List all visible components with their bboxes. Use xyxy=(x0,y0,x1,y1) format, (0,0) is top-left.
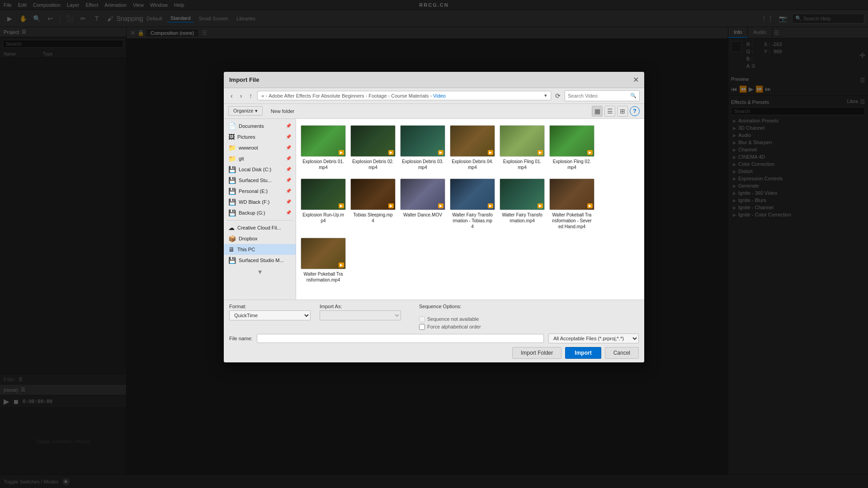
cancel-btn[interactable]: Cancel xyxy=(605,347,639,359)
breadcrumb-footage[interactable]: Footage xyxy=(368,93,387,99)
sequence-options-label: Sequence Options: xyxy=(419,304,481,309)
breadcrumb-root[interactable]: Adobe After Effects For Absolute Beginne… xyxy=(269,93,364,99)
pin-icon: 📌 xyxy=(286,199,291,204)
file-walter-fairy[interactable]: ▶ Walter Fairy Transformation.mp4 xyxy=(500,177,545,231)
file-explosion-fling-01[interactable]: ▶ Explosion Fling 01.mp4 xyxy=(500,123,545,172)
disk-icon: 💾 xyxy=(228,188,236,195)
file-explosion-fling-02[interactable]: ▶ Explosion Fling 02.mp4 xyxy=(549,123,594,172)
file-explosion-debris-01[interactable]: ▶ Explosion Debris 01.mp4 xyxy=(301,123,346,172)
pin-icon: 📌 xyxy=(286,167,291,172)
play-badge: ▶ xyxy=(438,203,443,208)
pictures-icon: 🖼 xyxy=(228,133,235,141)
sidebar-item-wwwroot[interactable]: 📁 wwwroot 📌 xyxy=(224,142,296,153)
file-name: Walter Dance.MOV xyxy=(403,212,442,218)
import-btn[interactable]: Import xyxy=(565,347,601,359)
file-explosion-debris-03[interactable]: ▶ Explosion Debris 03.mp4 xyxy=(400,123,445,172)
import-folder-btn[interactable]: Import Folder xyxy=(512,347,561,359)
file-name: Tobias Sleeping.mp4 xyxy=(352,212,394,224)
sidebar-item-backup[interactable]: 💾 Backup (G:) 📌 xyxy=(224,207,296,218)
sidebar-item-creative-cloud[interactable]: ☁ Creative Cloud Fil... xyxy=(224,222,296,233)
sidebar-item-pictures[interactable]: 🖼 Pictures 📌 xyxy=(224,131,296,142)
computer-icon: 🖥 xyxy=(228,246,235,253)
filetype-select[interactable]: All Acceptable Files (*.prproj;*.*) xyxy=(548,333,639,343)
refresh-btn[interactable]: ⟳ xyxy=(554,91,562,101)
nav-back-btn[interactable]: ‹ xyxy=(228,91,235,101)
sidebar-item-surfaced-studio[interactable]: 💾 Surfaced Studio M... xyxy=(224,255,296,266)
view-list-btn[interactable]: ☰ xyxy=(604,106,615,117)
sidebar-item-personal[interactable]: 💾 Personal (E:) 📌 xyxy=(224,186,296,197)
sidebar-item-local-disk[interactable]: 💾 Local Disk (C:) 📌 xyxy=(224,164,296,175)
sidebar-item-git[interactable]: 📁 git 📌 xyxy=(224,153,296,164)
sidebar-item-surfaced-stu[interactable]: 💾 Surfaced Stu... 📌 xyxy=(224,175,296,186)
view-buttons: ▦ ☰ ⊞ ? xyxy=(592,106,640,117)
file-name: Explosion Fling 02.mp4 xyxy=(551,159,593,170)
organize-btn[interactable]: Organize ▾ xyxy=(228,106,263,116)
files-grid: ▶ Explosion Debris 01.mp4 ▶ Explosion De… xyxy=(301,123,640,285)
chevron-down-icon: ▾ xyxy=(258,267,262,276)
file-thumb: ▶ xyxy=(500,178,545,210)
folder-icon: 📁 xyxy=(228,155,236,162)
play-badge: ▶ xyxy=(388,150,394,155)
pin-icon: 📌 xyxy=(286,188,291,193)
import-as-label: Import As: xyxy=(320,304,401,309)
seq-checkbox[interactable] xyxy=(419,316,425,322)
breadcrumb-video[interactable]: Video xyxy=(433,93,446,99)
pin-icon: 📌 xyxy=(286,134,291,139)
disk-icon: 💾 xyxy=(228,198,236,206)
footer-filename-row: File name: All Acceptable Files (*.prpro… xyxy=(229,333,639,343)
view-grid-btn[interactable]: ▦ xyxy=(592,106,603,117)
import-as-group: Import As: xyxy=(320,304,401,320)
force-alpha-input[interactable] xyxy=(419,324,425,330)
dropdown-arrow-icon[interactable]: ▾ xyxy=(544,93,547,99)
file-tobias-sleeping[interactable]: ▶ Tobias Sleeping.mp4 xyxy=(350,177,396,231)
footer-format-row: Format: QuickTime Import As: Sequence Op… xyxy=(229,304,639,330)
file-explosion-debris-04[interactable]: ▶ Explosion Debris 04.mp4 xyxy=(450,123,495,172)
sequence-not-available-checkbox[interactable]: Sequence not available xyxy=(419,316,481,322)
pin-icon: 📌 xyxy=(286,178,291,183)
search-video-box[interactable]: 🔍 xyxy=(565,90,640,101)
format-select[interactable]: QuickTime xyxy=(229,310,311,320)
search-video-input[interactable] xyxy=(568,93,630,99)
dialog-close-btn[interactable]: ✕ xyxy=(633,75,639,84)
file-name: Explosion Fling 01.mp4 xyxy=(501,159,543,170)
nav-up-btn[interactable]: ↑ xyxy=(247,91,255,101)
sidebar-item-this-pc[interactable]: 🖥 This PC xyxy=(224,244,296,255)
play-badge: ▶ xyxy=(339,150,344,155)
file-explosion-runup[interactable]: ▶ Explosion Run-Up.mp4 xyxy=(301,177,346,231)
dialog-nav: ‹ › ↑ « › Adobe After Effects For Absolu… xyxy=(224,88,644,104)
breadcrumb-course[interactable]: Course Materials xyxy=(391,93,429,99)
dialog-titlebar: Import File ✕ xyxy=(224,72,644,88)
file-walter-fairy-tobias[interactable]: ▶ Walter Fairy Transformation - Tobias.m… xyxy=(450,177,495,231)
force-alpha-checkbox[interactable]: Force alphabetical order xyxy=(419,324,481,330)
format-group: Format: QuickTime xyxy=(229,304,311,320)
dialog-sidebar: 📄 Documents 📌 🖼 Pictures 📌 📁 wwwroot 📌 📁 xyxy=(224,119,296,300)
documents-icon: 📄 xyxy=(228,122,236,130)
file-name: Explosion Debris 02.mp4 xyxy=(352,159,394,170)
new-folder-btn[interactable]: New folder xyxy=(267,107,298,115)
dialog-body: 📄 Documents 📌 🖼 Pictures 📌 📁 wwwroot 📌 📁 xyxy=(224,119,644,300)
sidebar-item-documents[interactable]: 📄 Documents 📌 xyxy=(224,121,296,131)
disk-icon: 💾 xyxy=(228,209,236,216)
sidebar-label: wwwroot xyxy=(239,145,258,150)
sidebar-label: git xyxy=(239,156,244,161)
view-details-btn[interactable]: ⊞ xyxy=(617,106,628,117)
help-btn[interactable]: ? xyxy=(630,106,640,116)
file-thumb: ▶ xyxy=(500,125,545,157)
filename-input[interactable] xyxy=(257,334,544,343)
import-file-dialog: Import File ✕ ‹ › ↑ « › Adobe After Effe… xyxy=(224,72,644,362)
file-thumb: ▶ xyxy=(400,125,445,157)
file-walter-pokeball-severed[interactable]: ▶ Walter Pokeball Transformation - Sever… xyxy=(549,177,594,231)
file-walter-pokeball[interactable]: ▶ Walter Pokeball Transformation.mp4 xyxy=(301,236,346,285)
sidebar-item-dropbox[interactable]: 📦 Dropbox xyxy=(224,233,296,244)
file-explosion-debris-02[interactable]: ▶ Explosion Debris 02.mp4 xyxy=(350,123,396,172)
file-name: Explosion Debris 03.mp4 xyxy=(402,159,443,170)
file-walter-dance[interactable]: ▶ Walter Dance.MOV xyxy=(400,177,445,231)
dialog-overlay: Import File ✕ ‹ › ↑ « › Adobe After Effe… xyxy=(0,0,868,488)
sidebar-item-wd-black[interactable]: 💾 WD Black (F:) 📌 xyxy=(224,197,296,207)
sidebar-scroll-down[interactable]: ▾ xyxy=(224,266,296,278)
nav-forward-btn[interactable]: › xyxy=(238,91,245,101)
sidebar-label: This PC xyxy=(237,247,255,252)
file-thumb: ▶ xyxy=(549,125,594,157)
import-as-select[interactable] xyxy=(320,310,401,320)
file-thumb: ▶ xyxy=(301,178,346,210)
